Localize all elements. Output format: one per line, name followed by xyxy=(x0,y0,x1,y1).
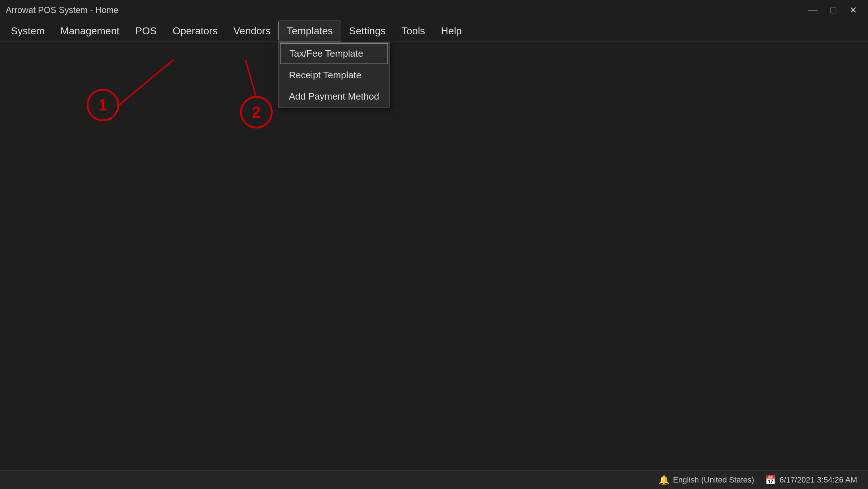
dropdown-item-receipt-template[interactable]: Receipt Template xyxy=(279,65,389,86)
menu-bar: System Management POS Operators Vendors … xyxy=(0,20,868,42)
menu-item-settings[interactable]: Settings xyxy=(341,21,394,41)
svg-line-1 xyxy=(246,60,256,98)
window-title: Arrowat POS System - Home xyxy=(6,5,118,15)
title-bar: Arrowat POS System - Home — □ ✕ xyxy=(0,0,868,20)
templates-dropdown: Tax/Fee Template Receipt Template Add Pa… xyxy=(278,42,390,108)
annotation-circle-2: 2 xyxy=(240,96,273,128)
close-button[interactable]: ✕ xyxy=(844,4,862,16)
language-status: 🔔 English (United States) xyxy=(659,475,754,485)
window-controls: — □ ✕ xyxy=(803,4,862,16)
menu-item-help[interactable]: Help xyxy=(433,21,470,41)
minimize-button[interactable]: — xyxy=(803,4,823,16)
annotation-circle-1: 1 xyxy=(87,89,119,121)
menu-item-vendors[interactable]: Vendors xyxy=(225,21,278,41)
language-icon: 🔔 xyxy=(659,475,669,485)
menu-item-management[interactable]: Management xyxy=(52,21,127,41)
datetime-label: 6/17/2021 3:54:26 AM xyxy=(780,475,857,485)
annotation-svg xyxy=(0,42,868,470)
language-label: English (United States) xyxy=(673,475,754,485)
dropdown-item-add-payment-method[interactable]: Add Payment Method xyxy=(279,86,389,107)
menu-item-tools[interactable]: Tools xyxy=(394,21,433,41)
menu-item-pos[interactable]: POS xyxy=(127,21,165,41)
maximize-button[interactable]: □ xyxy=(825,4,841,16)
dropdown-item-tax-fee-template[interactable]: Tax/Fee Template xyxy=(280,43,388,64)
datetime-status: 📅 6/17/2021 3:54:26 AM xyxy=(765,475,857,485)
svg-line-0 xyxy=(119,60,173,105)
menu-item-templates[interactable]: Templates xyxy=(278,21,341,42)
menu-item-operators[interactable]: Operators xyxy=(165,21,226,41)
status-bar: 🔔 English (United States) 📅 6/17/2021 3:… xyxy=(0,470,868,489)
templates-dropdown-menu: Tax/Fee Template Receipt Template Add Pa… xyxy=(278,42,390,108)
main-content: 1 2 xyxy=(0,42,868,470)
menu-item-system[interactable]: System xyxy=(3,21,52,41)
calendar-icon: 📅 xyxy=(765,475,776,485)
